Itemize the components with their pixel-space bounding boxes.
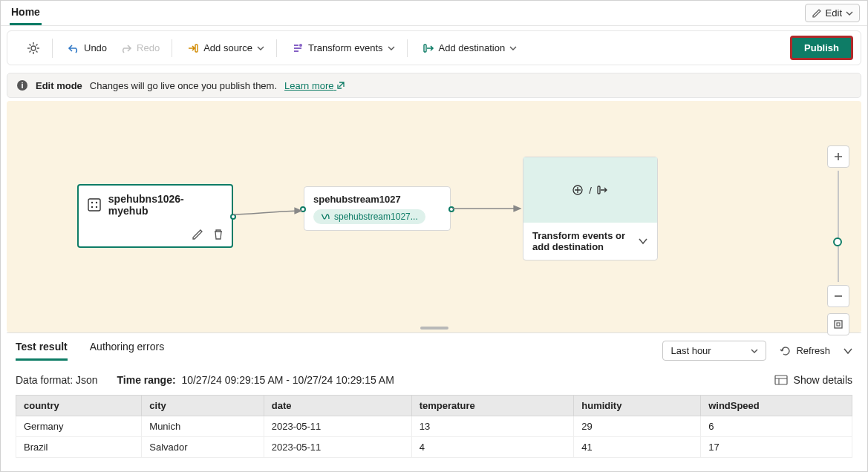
svg-point-2: [299, 44, 302, 47]
redo-label: Redo: [137, 42, 160, 53]
cell-humidity: 29: [574, 416, 701, 437]
dest-placeholder-top: /: [523, 157, 657, 223]
info-icon: i: [16, 79, 28, 91]
col-date[interactable]: date: [264, 396, 411, 416]
add-dest-label: Add destination: [439, 42, 506, 53]
time-range-select[interactable]: Last hour: [662, 341, 766, 361]
stream-pill-label: spehubstream1027...: [334, 212, 418, 222]
transform-label: Transform events: [308, 42, 383, 53]
output-port[interactable]: [230, 214, 236, 220]
tab-authoring-errors[interactable]: Authoring errors: [90, 341, 164, 361]
zoom-thumb[interactable]: [833, 237, 842, 246]
svg-rect-3: [424, 45, 426, 52]
redo-icon: [120, 42, 132, 54]
stream-pill[interactable]: spehubstream1027...: [313, 209, 425, 224]
chevron-down-icon[interactable]: [843, 347, 852, 355]
external-link-icon: [336, 81, 345, 90]
eventhub-icon: [88, 198, 101, 212]
col-country[interactable]: country: [16, 396, 142, 416]
zoom-in-button[interactable]: [827, 145, 849, 168]
svg-point-9: [96, 202, 97, 203]
learn-more-link[interactable]: Learn more: [284, 80, 345, 91]
resize-handle[interactable]: [7, 325, 861, 331]
undo-label: Undo: [84, 42, 107, 53]
stream-icon: [321, 212, 330, 221]
stream-node[interactable]: spehubstream1027 spehubstream1027...: [304, 186, 451, 231]
add-source-label: Add source: [203, 42, 252, 53]
learn-label: Learn more: [284, 80, 333, 91]
show-details-button[interactable]: Show details: [774, 374, 852, 386]
chevron-down-icon: [751, 347, 758, 355]
source-node[interactable]: spehubns1026-myehub: [77, 184, 233, 248]
cell-city: Salvador: [142, 437, 264, 458]
chevron-down-icon[interactable]: [638, 236, 648, 246]
edge: [233, 211, 307, 218]
dest-title: Transform events or add destination: [532, 230, 629, 252]
cell-country: Brazil: [16, 437, 142, 458]
tab-test-result[interactable]: Test result: [16, 341, 68, 361]
col-humidity[interactable]: humidity: [574, 396, 701, 416]
chevron-down-icon: [846, 10, 853, 17]
cell-date: 2023-05-11: [264, 416, 411, 437]
redo-button: Redo: [116, 39, 164, 57]
cell-temperature: 4: [411, 437, 574, 458]
refresh-icon: [780, 345, 792, 357]
slash: /: [589, 185, 592, 196]
add-destination-button[interactable]: Add destination: [418, 39, 522, 57]
svg-point-8: [91, 202, 93, 203]
add-source-button[interactable]: Add source: [183, 39, 269, 57]
chevron-down-icon: [509, 45, 517, 52]
cell-windSpeed: 6: [701, 416, 852, 437]
tab-row: Home Edit: [1, 1, 867, 26]
refresh-label: Refresh: [796, 345, 830, 356]
transform-icon: [292, 42, 304, 54]
pencil-icon: [812, 8, 822, 19]
table-row[interactable]: GermanyMunich2023-05-1113296: [16, 416, 852, 437]
svg-point-11: [96, 206, 97, 208]
cell-temperature: 13: [411, 416, 574, 437]
bottom-panel: Test result Authoring errors Last hour R…: [7, 332, 861, 465]
edit-label: Edit: [826, 7, 842, 19]
table-row[interactable]: BrazilSalvador2023-05-1144117: [16, 437, 852, 458]
plus-icon: [833, 151, 843, 162]
info-msg: Changes will go live once you publish th…: [90, 80, 277, 91]
source-title: spehubns1026-myehub: [108, 193, 223, 217]
results-table: countrycitydatetemperaturehumiditywindSp…: [16, 395, 852, 458]
canvas[interactable]: spehubns1026-myehub spehubstream1027 spe…: [7, 101, 861, 332]
source-in-icon: [187, 42, 199, 54]
fit-button[interactable]: [827, 313, 849, 335]
zoom-slider[interactable]: [838, 171, 839, 282]
pencil-icon[interactable]: [192, 229, 203, 240]
info-bar: i Edit mode Changes will go live once yo…: [7, 73, 861, 98]
publish-button[interactable]: Publish: [790, 36, 853, 60]
svg-rect-13: [598, 186, 600, 194]
trash-icon[interactable]: [212, 229, 224, 240]
input-port[interactable]: [300, 206, 306, 212]
svg-rect-1: [195, 45, 198, 52]
col-city[interactable]: city: [142, 396, 264, 416]
info-mode: Edit mode: [36, 80, 82, 91]
destination-node[interactable]: / Transform events or add destination: [523, 157, 658, 260]
undo-icon: [68, 42, 79, 54]
output-port[interactable]: [448, 206, 454, 212]
chevron-down-icon: [388, 45, 395, 52]
cell-city: Munich: [142, 416, 264, 437]
col-windSpeed[interactable]: windSpeed: [701, 396, 852, 416]
settings-button[interactable]: [22, 39, 45, 58]
cell-date: 2023-05-11: [264, 437, 411, 458]
cell-windSpeed: 17: [701, 437, 852, 458]
transform-events-button[interactable]: Transform events: [287, 39, 399, 57]
tab-home[interactable]: Home: [10, 1, 42, 25]
minus-icon: [833, 291, 843, 301]
col-temperature[interactable]: temperature: [411, 396, 574, 416]
edit-button[interactable]: Edit: [805, 4, 860, 22]
zoom-out-button[interactable]: [827, 285, 849, 307]
undo-button[interactable]: Undo: [63, 39, 111, 57]
dest-out-icon: [422, 42, 434, 54]
gear-icon: [27, 42, 40, 55]
time-range-label: Time range:: [117, 374, 176, 386]
time-range-value: Last hour: [670, 345, 711, 356]
chevron-down-icon: [257, 45, 264, 52]
stream-title: spehubstream1027: [304, 187, 450, 208]
refresh-button[interactable]: Refresh: [780, 345, 830, 357]
